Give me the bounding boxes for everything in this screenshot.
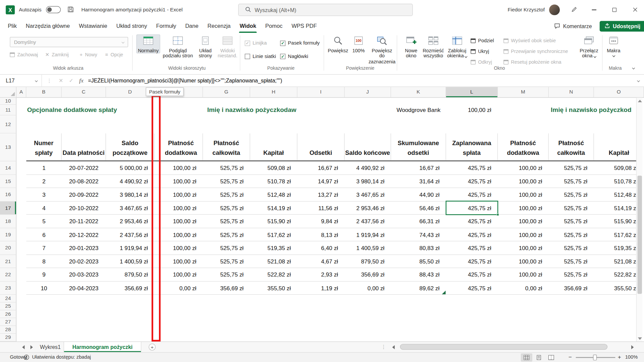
cell-D17[interactable]: 3 467,65 zł xyxy=(106,201,154,215)
cell-N17[interactable]: 525,75 zł xyxy=(549,201,594,215)
hide-button[interactable]: Ukryj xyxy=(471,48,489,54)
cell-H17[interactable]: 514,19 zł xyxy=(250,201,298,215)
cell-C23[interactable]: 20-04-2023 xyxy=(62,281,106,294)
cell-D19[interactable]: 2 437,56 zł xyxy=(106,228,154,241)
cell-I22[interactable]: 2,93 zł xyxy=(298,268,345,281)
cell-C17[interactable]: 20-10-2022 xyxy=(62,201,106,215)
cell-G22[interactable]: 525,75 zł xyxy=(203,268,250,281)
cell-lender-name-label-2[interactable]: Imię i nazwisko pożyczkod xyxy=(551,105,639,115)
row-header-16[interactable]: 16 xyxy=(0,188,16,201)
cell-J21[interactable]: 879,50 zł xyxy=(344,255,391,268)
insert-function-icon[interactable]: fx xyxy=(79,77,84,84)
collapse-ribbon-icon[interactable] xyxy=(633,64,635,71)
cell-M20[interactable]: 100,00 zł xyxy=(498,241,549,254)
cell-L19[interactable]: 425,75 zł xyxy=(446,228,498,241)
cell-N20[interactable]: 525,75 zł xyxy=(549,241,594,254)
page-break-preview-button[interactable]: Podgląd podziału stron xyxy=(162,35,194,59)
cell-I15[interactable]: 14,97 zł xyxy=(298,175,345,188)
cell-G19[interactable]: 525,75 zł xyxy=(203,228,250,241)
cell-B15[interactable]: 2 xyxy=(26,175,61,188)
cell-F19[interactable]: 100,00 zł xyxy=(159,228,203,241)
cell-B20[interactable]: 7 xyxy=(26,241,61,254)
row-header-24[interactable]: 24 xyxy=(0,295,16,302)
column-header-N[interactable]: N xyxy=(549,87,594,98)
cell-G17[interactable]: 525,75 zł xyxy=(203,201,250,215)
cell-G21[interactable]: 525,75 zł xyxy=(203,255,250,268)
keep-sheet-view-button[interactable]: Zachowaj xyxy=(10,52,38,57)
select-all-corner[interactable] xyxy=(0,87,16,98)
page-break-preview-shortcut[interactable] xyxy=(545,353,557,361)
formula-input[interactable]: =JEŻELI(Harmonogram_płatności3[@[Numer s… xyxy=(88,77,637,83)
cell-G20[interactable]: 525,75 zł xyxy=(203,241,250,254)
gridlines-checkbox[interactable] xyxy=(245,54,250,59)
cell-optional-extra-payments[interactable]: Opcjonalne dodatkowe spłaty xyxy=(27,105,117,115)
fill-handle[interactable] xyxy=(496,214,499,216)
cell-I14[interactable]: 16,67 zł xyxy=(298,161,345,174)
cell-K18[interactable]: 66,31 zł xyxy=(391,215,446,228)
cell-C14[interactable]: 20-07-2022 xyxy=(62,161,106,174)
table-header-C13[interactable]: Data płatności xyxy=(62,133,106,161)
cell-L21[interactable]: 425,75 zł xyxy=(446,255,498,268)
row-header-19[interactable]: 19 xyxy=(0,228,16,241)
cell-K14[interactable]: 16,67 zł xyxy=(391,161,446,174)
cell-K15[interactable]: 31,64 zł xyxy=(391,175,446,188)
tab-pomoc[interactable]: Pomoc xyxy=(261,20,287,33)
cell-F18[interactable]: 100,00 zł xyxy=(159,215,203,228)
share-button[interactable]: Udostępnij xyxy=(600,21,644,32)
cell-M15[interactable]: 100,00 zł xyxy=(498,175,549,188)
cell-J23[interactable]: 0,00 zł xyxy=(344,281,391,294)
cell-M23[interactable]: 0,00 zł xyxy=(498,281,549,294)
cell-D14[interactable]: 5 000,00 zł xyxy=(106,161,154,174)
cell-K22[interactable]: 88,43 zł xyxy=(391,268,446,281)
cell-D21[interactable]: 1 400,59 zł xyxy=(106,255,154,268)
tab-uklad-strony[interactable]: Układ strony xyxy=(112,20,152,33)
synchronous-scrolling-button[interactable]: Przewijanie synchroniczne xyxy=(503,48,568,54)
scroll-up-button[interactable] xyxy=(637,98,643,104)
table-resize-handle[interactable] xyxy=(442,291,446,294)
formula-bar-gripper[interactable]: ⋮ xyxy=(47,78,52,83)
cell-L20[interactable]: 425,75 zł xyxy=(446,241,498,254)
zoom-out-button[interactable]: − xyxy=(569,354,572,361)
cell-H19[interactable]: 517,62 zł xyxy=(250,228,298,241)
search-box[interactable]: Wyszukaj (Alt+M) xyxy=(238,4,413,16)
cell-K19[interactable]: 74,43 zł xyxy=(391,228,446,241)
cell-D16[interactable]: 3 980,14 zł xyxy=(106,188,154,201)
cell-M14[interactable]: 100,00 zł xyxy=(498,161,549,174)
cell-lender-name-label-1[interactable]: Imię i nazwisko pożyczkodaw xyxy=(203,105,301,115)
cell-I17[interactable]: 11,56 zł xyxy=(298,201,345,215)
cell-I21[interactable]: 4,67 zł xyxy=(298,255,345,268)
cell-D22[interactable]: 879,50 zł xyxy=(106,268,154,281)
arrange-all-button[interactable]: Rozmieść wszystko xyxy=(422,35,444,59)
tab-formuly[interactable]: Formuły xyxy=(152,20,181,33)
view-side-by-side-button[interactable]: Wyświetl obok siebie xyxy=(503,38,556,44)
zoom-level[interactable]: 100% xyxy=(625,354,638,360)
sheet-canvas[interactable]: Opcjonalne dodatkowe spłaty Imię i nazwi… xyxy=(0,98,644,341)
cell-J18[interactable]: 2 437,56 zł xyxy=(344,215,391,228)
exit-sheet-view-button[interactable]: ✕Zamknij xyxy=(45,52,69,57)
cell-M21[interactable]: 100,00 zł xyxy=(498,255,549,268)
cell-M22[interactable]: 100,00 zł xyxy=(498,268,549,281)
cell-B23[interactable]: 10 xyxy=(26,281,61,294)
autosave-toggle[interactable] xyxy=(46,6,61,13)
switch-windows-button[interactable]: Przełącz okna xyxy=(578,35,601,59)
reset-window-position-button[interactable]: Resetuj położenie okna xyxy=(503,59,561,65)
table-header-N13[interactable]: Płatność całkowita xyxy=(549,133,594,161)
column-header-H[interactable]: H xyxy=(250,87,298,98)
cell-L18[interactable]: 425,75 zł xyxy=(446,215,498,228)
tab-widok[interactable]: Widok xyxy=(235,20,261,33)
zoom-in-button[interactable]: + xyxy=(618,354,621,361)
column-header-J[interactable]: J xyxy=(344,87,391,98)
cell-L23[interactable]: 425,75 zł xyxy=(446,281,498,294)
pen-icon[interactable] xyxy=(571,7,577,14)
column-header-C[interactable]: C xyxy=(62,87,106,98)
table-header-M13[interactable]: Płatność dodatkowa xyxy=(498,133,549,161)
headings-checkbox[interactable]: ✓ xyxy=(280,54,285,59)
cell-F14[interactable]: 100,00 zł xyxy=(159,161,203,174)
cell-K17[interactable]: 56,46 zł xyxy=(391,201,446,215)
cell-N23[interactable]: 356,69 zł xyxy=(549,281,594,294)
cell-L15[interactable]: 425,75 zł xyxy=(446,175,498,188)
freeze-panes-button[interactable]: Zablokuj okienka xyxy=(445,35,469,59)
cell-K20[interactable]: 80,83 zł xyxy=(391,241,446,254)
column-header-G[interactable]: G xyxy=(203,87,250,98)
name-box[interactable]: L17 xyxy=(0,75,42,87)
